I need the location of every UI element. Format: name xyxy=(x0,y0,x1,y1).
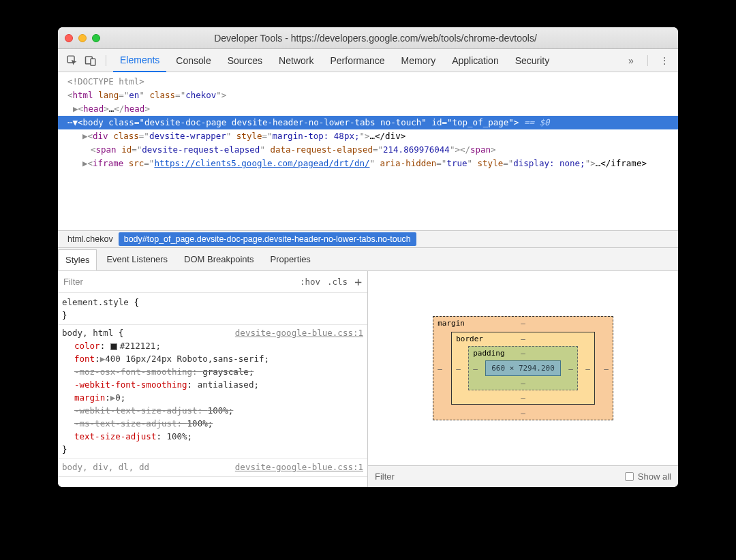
styles-list[interactable]: element.style { } devsite-google-blue.cs… xyxy=(58,293,367,487)
box-model-pane: margin – – – – border – – – – padding xyxy=(368,271,678,487)
margin-left-value[interactable]: – xyxy=(438,364,442,373)
styles-subtabs: Styles Event Listeners DOM Breakpoints P… xyxy=(58,248,678,271)
lower-panes: Filter :hov .cls + element.style { } dev… xyxy=(58,271,678,487)
expand-icon[interactable]: ▶ xyxy=(82,158,88,168)
dom-node[interactable]: ▶<iframe src="https://clients5.google.co… xyxy=(58,157,678,170)
expand-icon[interactable]: ▶ xyxy=(73,104,78,114)
box-padding[interactable]: padding – – – – 660 × 7294.200 xyxy=(468,346,578,390)
box-content-size[interactable]: 660 × 7294.200 xyxy=(485,360,561,376)
padding-left-value[interactable]: – xyxy=(473,364,478,373)
breadcrumb-item-selected[interactable]: body#top_of_page.devsite-doc-page.devsit… xyxy=(119,232,416,246)
device-toggle-icon[interactable] xyxy=(82,52,99,69)
tab-sources[interactable]: Sources xyxy=(221,49,269,72)
css-declaration[interactable]: text-size-adjust: 100%; xyxy=(74,430,363,443)
tab-elements[interactable]: Elements xyxy=(113,49,166,72)
dom-node[interactable]: <!DOCTYPE html> xyxy=(58,75,678,89)
dom-node[interactable]: <span id="devsite-request-elapsed" data-… xyxy=(58,143,678,157)
css-declaration[interactable]: -ms-text-size-adjust: 100%; xyxy=(74,417,363,430)
devtools-window: Developer Tools - https://developers.goo… xyxy=(58,27,678,487)
console-hint: == $0 xyxy=(519,117,549,127)
collapse-icon[interactable]: ▼ xyxy=(73,117,78,127)
tab-network[interactable]: Network xyxy=(272,49,320,72)
css-declaration[interactable]: margin:▶0; xyxy=(74,391,363,404)
rule-source-link[interactable]: devsite-google-blue.css:1 xyxy=(235,326,363,339)
style-rule[interactable]: devsite-google-blue.css:1 body, div, dl,… xyxy=(58,459,367,477)
devtools-toolbar: Elements Console Sources Network Perform… xyxy=(58,49,678,72)
rule-selector: body, html xyxy=(62,328,113,338)
toolbar-separator xyxy=(647,55,648,66)
style-rule[interactable]: devsite-google-blue.css:1 body, html { c… xyxy=(58,325,367,459)
dom-node[interactable]: <html lang="en" class="chekov"> xyxy=(58,89,678,102)
window-title: Developer Tools - https://developers.goo… xyxy=(80,33,671,44)
computed-filter-row: Filter Show all xyxy=(368,465,678,487)
computed-filter-input[interactable]: Filter xyxy=(375,471,395,482)
rule-selector: element.style xyxy=(62,297,129,307)
iframe-src-link[interactable]: https://clients5.google.com/pagead/drt/d… xyxy=(154,158,369,168)
dom-tree[interactable]: <!DOCTYPE html> <html lang="en" class="c… xyxy=(58,72,678,230)
hov-toggle[interactable]: :hov xyxy=(300,277,320,287)
cls-toggle[interactable]: .cls xyxy=(327,277,348,287)
style-rule[interactable]: element.style { } xyxy=(58,294,367,325)
styles-filter-input[interactable]: Filter xyxy=(63,277,300,287)
rule-selector: body, div, dl, dd xyxy=(62,462,149,472)
show-all-checkbox[interactable] xyxy=(625,472,634,481)
dom-node-selected[interactable]: ⋯▼<body class="devsite-doc-page devsite-… xyxy=(58,116,678,129)
new-rule-button[interactable]: + xyxy=(354,275,362,289)
border-top-value[interactable]: – xyxy=(521,335,525,343)
more-menu-icon[interactable]: ⋮ xyxy=(656,52,673,69)
styles-pane: Filter :hov .cls + element.style { } dev… xyxy=(58,271,368,487)
inspect-icon[interactable] xyxy=(63,52,80,69)
show-all-label: Show all xyxy=(638,471,671,482)
tab-application[interactable]: Application xyxy=(445,49,506,72)
dom-node[interactable]: ▶<head>…</head> xyxy=(58,102,678,116)
margin-right-value[interactable]: – xyxy=(604,364,609,373)
color-swatch-icon[interactable] xyxy=(110,343,117,350)
css-declaration[interactable]: -webkit-font-smoothing: antialiased; xyxy=(74,378,363,391)
padding-label: padding xyxy=(473,349,504,358)
css-declaration[interactable]: color: #212121; xyxy=(74,339,363,352)
padding-bottom-value[interactable]: – xyxy=(521,379,525,388)
padding-right-value[interactable]: – xyxy=(568,364,573,373)
svg-rect-2 xyxy=(91,59,95,65)
rule-source-link[interactable]: devsite-google-blue.css:1 xyxy=(235,461,363,473)
window-titlebar: Developer Tools - https://developers.goo… xyxy=(58,27,678,49)
doctype: <!DOCTYPE html> xyxy=(67,76,144,87)
box-border[interactable]: border – – – – padding – – – – 66 xyxy=(451,332,595,405)
border-bottom-value[interactable]: – xyxy=(521,393,525,402)
css-declaration[interactable]: -moz-osx-font-smoothing: grayscale; xyxy=(74,365,363,378)
subtab-event-listeners[interactable]: Event Listeners xyxy=(99,249,174,269)
padding-top-value[interactable]: – xyxy=(521,349,525,358)
styles-filter-row: Filter :hov .cls + xyxy=(58,271,367,293)
border-right-value[interactable]: – xyxy=(585,364,590,373)
tab-console[interactable]: Console xyxy=(169,49,217,72)
tab-security[interactable]: Security xyxy=(508,49,557,72)
box-margin[interactable]: margin – – – – border – – – – padding xyxy=(433,316,613,420)
tab-memory[interactable]: Memory xyxy=(395,49,443,72)
margin-bottom-value[interactable]: – xyxy=(521,409,525,418)
margin-label: margin xyxy=(438,319,465,328)
subtab-styles[interactable]: Styles xyxy=(58,249,97,270)
toolbar-separator xyxy=(106,55,106,66)
css-declaration[interactable]: -webkit-text-size-adjust: 100%; xyxy=(74,404,363,417)
breadcrumb: html.chekov body#top_of_page.devsite-doc… xyxy=(58,230,678,248)
border-label: border xyxy=(456,335,483,343)
subtab-dom-breakpoints[interactable]: DOM Breakpoints xyxy=(177,249,261,269)
dom-node[interactable]: ▶<div class="devsite-wrapper" style="mar… xyxy=(58,129,678,143)
overflow-tabs-icon[interactable]: » xyxy=(623,52,639,69)
ellipsis-icon[interactable]: ⋯ xyxy=(67,117,73,127)
close-window-button[interactable] xyxy=(65,34,73,42)
expand-icon[interactable]: ▶ xyxy=(82,131,88,141)
box-model-diagram[interactable]: margin – – – – border – – – – padding xyxy=(368,271,678,465)
breadcrumb-item[interactable]: html.chekov xyxy=(62,232,119,246)
border-left-value[interactable]: – xyxy=(456,364,461,373)
subtab-properties[interactable]: Properties xyxy=(264,249,318,269)
margin-top-value[interactable]: – xyxy=(521,319,525,328)
tab-performance[interactable]: Performance xyxy=(323,49,391,72)
css-declaration[interactable]: font:▶400 16px/24px Roboto,sans-serif; xyxy=(74,352,363,365)
